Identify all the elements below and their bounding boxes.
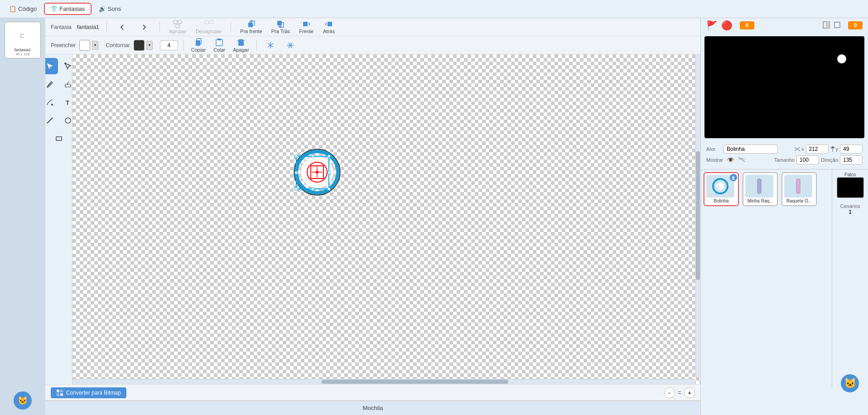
rect-tool[interactable]: [51, 130, 67, 147]
back-label: Pra Trás: [271, 29, 290, 34]
svg-point-19: [51, 104, 53, 106]
paste-button[interactable]: Colar: [211, 37, 227, 53]
costume-thumb-image: c: [9, 24, 36, 47]
send-back-button[interactable]: Pra Trás: [270, 19, 292, 35]
forward-label: Frente: [299, 29, 313, 34]
ungroup-button[interactable]: Desagrupar: [194, 19, 223, 35]
show-hidden-button[interactable]: [738, 156, 745, 164]
green-flag-button[interactable]: 🚩: [706, 20, 718, 31]
outline-color-swatch[interactable]: [134, 40, 145, 51]
toolbar-separator4: [183, 40, 184, 51]
zoom-reset[interactable]: =: [678, 389, 681, 396]
tab-codigo[interactable]: 📋 Código: [4, 4, 42, 14]
cenarios-label: Cenários: [840, 203, 860, 209]
sprite-card-raquete-o[interactable]: Raquete O...: [781, 172, 817, 206]
backward-button[interactable]: Atrás: [321, 19, 337, 35]
tab-fantasias[interactable]: 👕 Fantasias: [44, 3, 91, 15]
convert-bitmap-button[interactable]: Converter para Bitmap: [51, 387, 126, 398]
mochila-bar: Mochila: [45, 401, 700, 415]
outline-color-dropdown[interactable]: ▾: [146, 41, 153, 50]
codigo-icon: 📋: [9, 5, 16, 12]
score-left-badge: 0: [740, 21, 754, 29]
svg-rect-23: [56, 137, 62, 140]
svg-rect-43: [57, 393, 59, 396]
svg-rect-16: [238, 40, 244, 46]
group-label: Agrupar: [169, 29, 187, 34]
group-button[interactable]: Agrupar: [167, 19, 188, 35]
editor-area: Fantasia fantasia1 Agrupar: [45, 18, 700, 415]
delete-button[interactable]: Apagar: [231, 37, 251, 53]
copy-button[interactable]: Copiar: [189, 37, 207, 53]
show-label: Mostrar: [706, 157, 723, 163]
tab-sons[interactable]: 🔊 Sons: [93, 4, 127, 14]
svg-rect-11: [328, 22, 332, 26]
svg-rect-1: [174, 20, 177, 24]
flip-horizontal-button[interactable]: [262, 40, 279, 51]
outline-width-input[interactable]: [160, 40, 178, 50]
sprite-card-minha-raq[interactable]: Minha Raq...: [743, 172, 778, 206]
zoom-in-button[interactable]: +: [684, 387, 695, 398]
zoom-out-button[interactable]: -: [664, 387, 675, 398]
size-input[interactable]: [796, 155, 819, 164]
fullscreen-button[interactable]: [834, 21, 841, 30]
sons-icon: 🔊: [99, 5, 106, 12]
left-panel: c fantasia1 40 x 126 🐱: [0, 18, 45, 415]
front-label: Pra frente: [240, 29, 262, 34]
horizontal-scroll-thumb[interactable]: [322, 380, 508, 384]
stop-button[interactable]: 🔴: [721, 20, 733, 31]
stage-ball: [837, 54, 846, 63]
tools-sidebar: T: [45, 54, 72, 384]
svg-rect-40: [311, 188, 314, 190]
canvas-area[interactable]: [72, 54, 700, 384]
sprite-card-bolinha[interactable]: 🗑 c Bolinha: [704, 172, 739, 206]
size-label: Tamanho: [774, 157, 795, 163]
canvas-scrollbar-horizontal[interactable]: [72, 379, 695, 384]
stage-thumb[interactable]: [837, 177, 864, 198]
back-arrow-button[interactable]: [114, 22, 130, 32]
cat-add-icon: 🐱: [844, 377, 856, 389]
costume-thumb-label: fantasia1: [14, 48, 31, 52]
fill-color-dropdown[interactable]: ▾: [92, 41, 98, 50]
select-tool[interactable]: [45, 58, 58, 74]
sprite-thumb-raquete-o: [784, 175, 812, 198]
add-sprite-button[interactable]: 🐱: [841, 374, 859, 392]
selection-overlay: [296, 156, 329, 189]
cat-icon: 🐱: [18, 396, 28, 405]
fill-label: Preencher: [51, 42, 76, 48]
sprite-name-bolinha: Bolinha: [706, 198, 736, 203]
flip-vertical-button[interactable]: [282, 40, 299, 51]
toolbar-row2: Preencher ▾ Contornar ▾ Copiar: [45, 36, 700, 54]
svg-rect-10: [303, 22, 308, 26]
pencil-tool[interactable]: [45, 76, 58, 92]
svg-rect-15: [217, 39, 221, 40]
direction-input[interactable]: [840, 155, 863, 164]
actor-name-input[interactable]: [723, 145, 778, 154]
x-coord-input[interactable]: [806, 145, 829, 154]
delete-sprite-button[interactable]: 🗑: [730, 174, 737, 181]
svg-rect-34: [328, 155, 330, 158]
add-sprite-area: 🐱: [701, 388, 868, 415]
svg-rect-52: [796, 179, 800, 193]
direction-label: Direção: [821, 157, 838, 163]
vertical-scroll-thumb[interactable]: [696, 151, 700, 280]
svg-rect-33: [295, 155, 298, 158]
forward-button[interactable]: Frente: [297, 19, 315, 35]
expand-stage-button[interactable]: [823, 21, 830, 30]
copy-label: Copiar: [191, 47, 206, 53]
tab-fantasias-label: Fantasias: [59, 5, 85, 12]
line-tool[interactable]: [45, 112, 58, 129]
fill-color-swatch[interactable]: [79, 40, 90, 51]
canvas-scrollbar-vertical[interactable]: [695, 54, 700, 377]
delete-label: Apagar: [233, 47, 249, 53]
forward-arrow-button[interactable]: [136, 22, 152, 32]
costume-thumbnail[interactable]: c fantasia1 40 x 126: [5, 22, 41, 58]
backward-label: Atrás: [323, 29, 335, 34]
svg-rect-14: [216, 39, 222, 46]
fill-tool[interactable]: [45, 94, 58, 111]
add-costume-button[interactable]: 🐱: [14, 391, 32, 410]
bring-front-button[interactable]: Pra frente: [238, 19, 264, 35]
y-coord-input[interactable]: [840, 145, 863, 154]
fantasias-icon: 👕: [50, 5, 58, 12]
toolbar-separator: [106, 22, 107, 33]
show-visible-button[interactable]: 👁️: [727, 156, 734, 164]
